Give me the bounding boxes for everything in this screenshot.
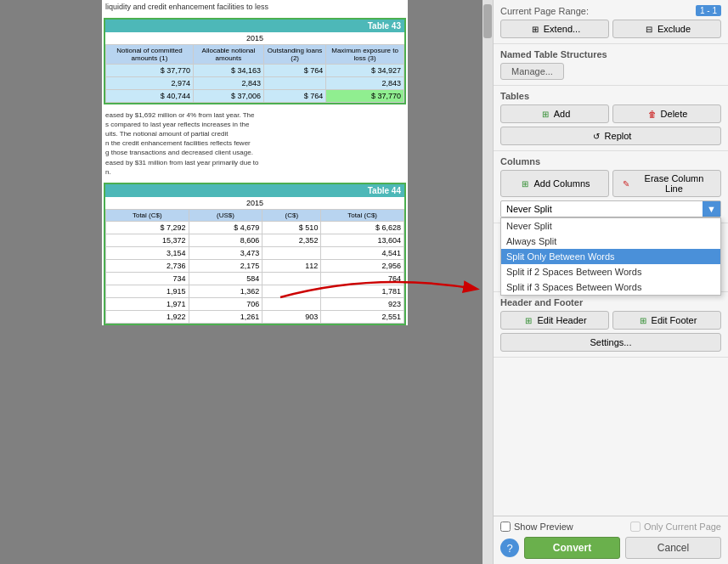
- only-current-page-label: Only Current Page: [644, 522, 721, 532]
- table-row: 2,974 2,843 2,843: [106, 76, 404, 89]
- cell: $ 6,628: [321, 221, 404, 234]
- help-button[interactable]: ?: [500, 539, 519, 557]
- cell: 1,362: [189, 285, 262, 297]
- cell: $ 37,770: [326, 89, 404, 102]
- table-row: $ 40,744 $ 37,006 $ 764 $ 37,770: [106, 89, 404, 102]
- header-footer-label: Header and Footer: [500, 297, 721, 307]
- named-table-label: Named Table Structures: [500, 49, 721, 59]
- doc-top-text: liquidity and credit enhancement facilit…: [102, 0, 408, 14]
- col-header-2: Allocable notional amounts: [193, 44, 263, 64]
- delete-icon: 🗑: [646, 108, 658, 120]
- col-header-t44-2: (US$): [189, 209, 262, 221]
- add-table-button[interactable]: ⊞ Add: [500, 104, 609, 123]
- header-footer-section: Header and Footer ⊞ Edit Header ⊞ Edit F…: [494, 292, 728, 358]
- convert-row: ? Convert Cancel: [500, 537, 721, 559]
- table-44: Total (C$) (US$) (C$) Total (C$) $ 7,292…: [105, 209, 404, 324]
- hf-buttons: ⊞ Edit Header ⊞ Edit Footer: [500, 311, 721, 330]
- col-header-4: Maximum exposure to loss (3): [326, 44, 404, 64]
- table-row: 1,922 1,261 903 2,551: [106, 310, 404, 323]
- cancel-button[interactable]: Cancel: [625, 537, 721, 559]
- cell: 706: [189, 297, 262, 310]
- cell: 2,843: [193, 76, 263, 89]
- scroll-thumb[interactable]: [483, 4, 492, 38]
- split-option-3spaces[interactable]: Split if 3 Spaces Between Words: [501, 279, 720, 295]
- table-44-title: Table 44: [105, 184, 404, 197]
- table-row: 15,372 8,606 2,352 13,604: [106, 234, 404, 246]
- delete-table-button[interactable]: 🗑 Delete: [612, 104, 721, 123]
- edit-header-button[interactable]: ⊞ Edit Header: [500, 311, 609, 330]
- settings-button[interactable]: Settings...: [500, 333, 721, 352]
- cell: 2,352: [262, 234, 321, 246]
- add-columns-button[interactable]: ⊞ Add Columns: [500, 170, 609, 197]
- dropdown-arrow-icon[interactable]: ▼: [703, 201, 720, 217]
- table-43-container: Table 43 2015 Notional of committed amou…: [104, 18, 406, 104]
- add-col-icon: ⊞: [519, 178, 531, 189]
- cell: 1,261: [189, 310, 262, 323]
- table-row: 1,915 1,362 1,781: [106, 285, 404, 297]
- cell: 903: [262, 310, 321, 323]
- table-row: $ 37,770 $ 34,163 $ 764 $ 34,927: [106, 64, 404, 76]
- exclude-icon: ⊟: [643, 23, 655, 35]
- cell: 13,604: [321, 234, 404, 246]
- cell: [262, 285, 321, 297]
- manage-label: Manage...: [511, 66, 553, 76]
- cell: 2,974: [106, 76, 194, 89]
- table-row: 2,736 2,175 112 2,956: [106, 259, 404, 272]
- split-option-2spaces[interactable]: Split if 2 Spaces Between Words: [501, 264, 720, 279]
- cell: 1,915: [106, 285, 189, 297]
- cell: 1,922: [106, 310, 189, 323]
- col-header-t44-3: (C$): [262, 209, 321, 221]
- cell: 764: [321, 272, 404, 285]
- erase-column-button[interactable]: ✎ Erase Column Line: [612, 170, 721, 197]
- cell: 923: [321, 297, 404, 310]
- split-option-between-words[interactable]: Split Only Between Words: [501, 249, 720, 264]
- cell: $ 34,927: [326, 64, 404, 76]
- split-dropdown[interactable]: Never Split ▼: [500, 200, 721, 217]
- table-43: Notional of committed amounts (1) Alloca…: [105, 44, 404, 103]
- split-dropdown-container: Never Split ▼ Never Split Always Split S…: [500, 200, 721, 217]
- cell: 2,956: [321, 259, 404, 272]
- table-row: 734 584 764: [106, 272, 404, 285]
- split-option-always[interactable]: Always Split: [501, 234, 720, 249]
- only-current-page-checkbox: [630, 522, 641, 532]
- only-current-page-row: Only Current Page: [630, 522, 721, 532]
- table-43-year: 2015: [105, 32, 404, 44]
- cell: 2,175: [189, 259, 262, 272]
- manage-button[interactable]: Manage...: [500, 63, 564, 80]
- cell: 3,154: [106, 246, 189, 259]
- exclude-label: Exclude: [657, 24, 691, 34]
- replot-icon: ↺: [590, 130, 602, 142]
- page-range-label: Current Page Range:: [500, 6, 589, 16]
- cell: [262, 297, 321, 310]
- named-table-section: Named Table Structures Manage...: [494, 44, 728, 86]
- edit-footer-label: Edit Footer: [652, 315, 697, 325]
- right-panel: Current Page Range: 1 - 1 ⊞ Extend... ⊟ …: [493, 0, 728, 564]
- doc-content: liquidity and credit enhancement facilit…: [102, 0, 408, 325]
- doc-middle-text: eased by $1,692 million or 4% from last …: [102, 108, 408, 179]
- edit-footer-button[interactable]: ⊞ Edit Footer: [612, 311, 721, 330]
- col-header-1: Notional of committed amounts (1): [106, 44, 194, 64]
- edit-footer-icon: ⊞: [637, 314, 649, 326]
- show-preview-checkbox[interactable]: [500, 522, 511, 532]
- replot-button[interactable]: ↺ Replot: [500, 127, 721, 145]
- col-header-t44-1: Total (C$): [106, 209, 189, 221]
- cell: $ 37,006: [193, 89, 263, 102]
- split-dropdown-value: Never Split: [501, 201, 703, 217]
- cell: 2,736: [106, 259, 189, 272]
- table-44-container: Table 44 2015 Total (C$) (US$) (C$) Tota…: [104, 183, 406, 325]
- extend-button[interactable]: ⊞ Extend...: [500, 20, 609, 38]
- page-range-badge: 1 - 1: [696, 5, 721, 16]
- split-option-never[interactable]: Never Split: [501, 218, 720, 234]
- show-preview-row: Show Preview: [500, 522, 573, 532]
- convert-button[interactable]: Convert: [524, 537, 620, 559]
- preview-row: Show Preview Only Current Page: [500, 522, 721, 532]
- erase-col-icon: ✎: [620, 178, 632, 189]
- edit-header-icon: ⊞: [522, 314, 534, 326]
- scrollbar[interactable]: [483, 0, 493, 564]
- erase-column-label: Erase Column Line: [635, 173, 714, 194]
- cell: $ 764: [264, 64, 326, 76]
- exclude-button[interactable]: ⊟ Exclude: [612, 20, 721, 38]
- extend-icon: ⊞: [529, 23, 541, 35]
- settings-label: Settings...: [590, 337, 632, 347]
- cell: 112: [262, 259, 321, 272]
